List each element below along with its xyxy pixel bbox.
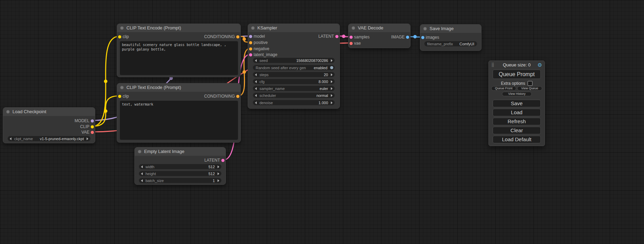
increment-arrow-icon[interactable] [331,80,333,83]
decrement-arrow-icon[interactable] [255,101,257,104]
node-empty-latent-image[interactable]: Empty Latent Image LATENT width 512 heig… [134,147,226,185]
widget-label: filename_prefix [427,42,453,46]
slot-label: IMAGE [391,35,405,39]
decrement-arrow-icon[interactable] [255,59,257,62]
increment-arrow-icon[interactable] [87,137,88,140]
decrement-arrow-icon[interactable] [141,165,143,168]
height-widget[interactable]: height 512 [139,171,221,176]
node-title-bar[interactable]: KSampler [248,24,339,32]
node-vae-decode[interactable]: VAE Decode samples vae IMAGE [348,24,411,48]
refresh-button[interactable]: Refresh [493,118,541,125]
increment-arrow-icon[interactable] [218,165,219,168]
prompt-textarea[interactable]: beautiful scenery nature glass bottle la… [120,41,238,75]
collapse-dot-icon[interactable] [120,26,124,30]
node-title-bar[interactable]: VAE Decode [349,24,410,32]
sampler-name-widget[interactable]: sampler_name euler [253,86,335,91]
increment-arrow-icon[interactable] [331,94,333,97]
input-slot-negative: negative [248,46,269,52]
conditioning-output-port[interactable] [236,95,239,98]
filename-prefix-widget[interactable]: filename_prefix ComfyUI [424,41,477,46]
scheduler-widget[interactable]: scheduler normal [253,93,335,98]
load-default-button[interactable]: Load Default [493,136,541,143]
latent-output-port[interactable] [335,35,338,38]
collapse-dot-icon[interactable] [6,110,10,114]
widget-label: width [145,165,155,169]
output-slot-latent: LATENT [318,34,339,39]
output-slot-latent: LATENT [204,157,226,163]
cfg-widget[interactable]: cfg 8.000 [253,79,335,84]
slot-label: clip [123,94,129,99]
seed-widget[interactable]: seed 156680208700286 [253,58,335,63]
gear-icon[interactable] [538,62,542,68]
model-input-port[interactable] [249,35,252,38]
vae-output-port[interactable] [91,131,94,134]
random-seed-toggle-widget[interactable]: Random seed after every gen enabled [253,65,335,70]
node-title-bar[interactable]: CLIP Text Encode (Prompt) [117,24,240,32]
ckpt-name-widget[interactable]: ckpt_name v1-5-pruned-emaonly.ckpt [8,136,90,141]
decrement-arrow-icon[interactable] [255,73,257,76]
node-clip-text-encode-positive[interactable]: CLIP Text Encode (Prompt) clip CONDITION… [117,24,241,77]
latent-image-input-port[interactable] [249,53,252,56]
clear-button[interactable]: Clear [493,127,541,134]
negative-input-port[interactable] [249,47,252,51]
node-save-image[interactable]: Save Image images filename_prefix ComfyU… [420,24,482,51]
collapse-dot-icon[interactable] [138,150,141,153]
load-button[interactable]: Load [493,109,541,116]
node-title-bar[interactable]: Empty Latent Image [135,147,226,156]
collapse-dot-icon[interactable] [120,86,124,89]
decrement-arrow-icon[interactable] [141,179,143,182]
increment-arrow-icon[interactable] [218,172,219,175]
slot-label: CLIP [80,124,89,129]
latent-output-port[interactable] [221,159,224,162]
denoise-widget[interactable]: denoise 1.000 [253,100,335,105]
decrement-arrow-icon[interactable] [141,172,143,175]
images-input-port[interactable] [421,36,424,39]
input-slot-vae: vae [349,40,361,46]
widget-label: denoise [259,101,273,105]
node-load-checkpoint[interactable]: Load Checkpoint MODEL CLIP VAE ckpt_name… [3,107,95,143]
clip-input-port[interactable] [118,35,121,38]
save-button[interactable]: Save [493,100,541,107]
node-title-bar[interactable]: Load Checkpoint [3,108,95,116]
view-queue-button[interactable]: View Queue [517,86,542,91]
collapse-dot-icon[interactable] [352,26,355,30]
increment-arrow-icon[interactable] [218,179,219,182]
model-output-port[interactable] [91,119,94,123]
output-slot-vae: VAE [81,129,95,135]
node-title-bar[interactable]: Save Image [420,25,481,33]
graph-canvas[interactable]: Load Checkpoint MODEL CLIP VAE ckpt_name… [0,0,644,244]
clip-output-port[interactable] [91,125,94,128]
conditioning-output-port[interactable] [236,35,239,38]
decrement-arrow-icon[interactable] [255,80,257,83]
view-history-button[interactable]: View History [502,92,532,96]
collapse-dot-icon[interactable] [423,27,427,30]
node-ksampler[interactable]: KSampler model positive negative latent_… [248,24,340,109]
positive-input-port[interactable] [249,41,252,44]
increment-arrow-icon[interactable] [331,101,333,104]
width-widget[interactable]: width 512 [139,164,221,169]
increment-arrow-icon[interactable] [331,73,333,76]
samples-input-port[interactable] [350,36,353,39]
node-clip-text-encode-negative[interactable]: CLIP Text Encode (Prompt) clip CONDITION… [117,83,241,143]
decrement-arrow-icon[interactable] [10,137,11,140]
increment-arrow-icon[interactable] [331,87,333,90]
prompt-textarea[interactable]: text, watermark [120,101,238,140]
widget-label: batch_size [145,179,164,183]
queue-prompt-button[interactable]: Queue Prompt [493,70,541,79]
decrement-arrow-icon[interactable] [255,94,257,97]
widget-value: 512 [209,172,215,176]
queue-front-button[interactable]: Queue Front [491,86,516,91]
image-output-port[interactable] [406,36,409,39]
extra-options-checkbox[interactable] [528,81,532,86]
queue-panel: Queue size: 0 Queue Prompt Extra options… [488,61,545,146]
vae-input-port[interactable] [350,42,353,45]
decrement-arrow-icon[interactable] [255,87,257,90]
steps-widget[interactable]: steps 20 [253,72,335,77]
clip-input-port[interactable] [118,95,121,98]
batch-size-widget[interactable]: batch_size 1 [139,178,221,183]
output-slot-conditioning: CONDITIONING [204,34,240,39]
toggle-knob-icon[interactable] [330,66,333,69]
collapse-dot-icon[interactable] [251,26,255,30]
node-title-bar[interactable]: CLIP Text Encode (Prompt) [117,83,240,92]
increment-arrow-icon[interactable] [331,59,333,62]
